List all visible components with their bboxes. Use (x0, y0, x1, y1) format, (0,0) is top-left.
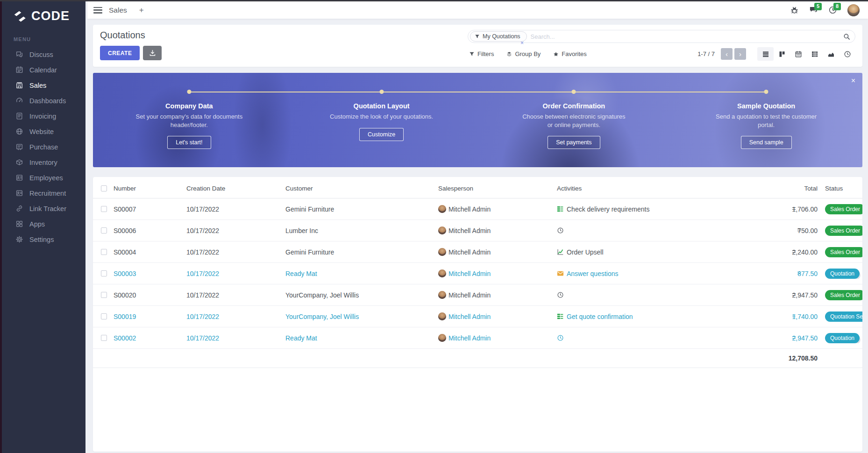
row-checkbox[interactable] (101, 270, 107, 276)
search-input[interactable] (527, 33, 843, 40)
pivot-view-icon (811, 50, 818, 58)
salesperson-name: Mitchell Admin (448, 291, 491, 299)
banner-close-icon[interactable]: × (851, 77, 855, 85)
cell-activities[interactable] (557, 227, 733, 234)
clock-icon (557, 334, 564, 341)
new-tab-button[interactable]: + (139, 6, 144, 15)
table-row[interactable]: S0000410/17/2022Gemini FurnitureMitchell… (93, 241, 862, 263)
cell-activities[interactable]: Order Upsell (557, 248, 733, 256)
search-facet[interactable]: My Quotations (470, 31, 527, 42)
app-logo[interactable]: CODE (2, 1, 85, 30)
salesperson-avatar (438, 291, 446, 299)
pager-next-button[interactable]: › (734, 48, 746, 60)
cell-activities[interactable]: Check delivery requirements (557, 205, 733, 213)
table-row[interactable]: S0002010/17/2022YourCompany, Joel Willis… (93, 284, 862, 306)
kanban-view-button[interactable] (774, 47, 790, 61)
column-header-number[interactable]: Number (114, 185, 186, 192)
column-header-customer[interactable]: Customer (285, 185, 438, 192)
filters-button[interactable]: Filters (469, 50, 494, 57)
sidebar-item-inventory[interactable]: Inventory (2, 155, 85, 170)
list-view-button[interactable] (757, 47, 774, 61)
controls-row: Filters Group By Favorites 1-7 / 7 ‹ › (468, 47, 855, 61)
pivot-view-button[interactable] (806, 47, 823, 61)
sidebar-item-label: Invoicing (29, 113, 56, 120)
cell-creation-date: 10/17/2022 (186, 291, 285, 299)
column-header-salesperson[interactable]: Salesperson (438, 185, 557, 192)
cell-total: 2,947.50 (733, 334, 818, 342)
activity-view-button[interactable] (839, 47, 855, 61)
graph-view-button[interactable] (823, 47, 839, 61)
sidebar-item-sales[interactable]: Sales (2, 78, 85, 93)
chart-line-icon (557, 248, 564, 255)
row-checkbox[interactable] (101, 335, 107, 341)
hamburger-icon[interactable] (93, 7, 102, 14)
table-row[interactable]: S0000610/17/2022Lumber IncMitchell Admin… (93, 220, 862, 241)
messages-count-badge: 5 (814, 3, 822, 10)
cell-number: S00004 (114, 248, 186, 256)
column-header-total[interactable]: Total (733, 185, 818, 192)
column-header-status[interactable]: Status (818, 185, 862, 192)
active-app-title[interactable]: Sales (109, 6, 127, 14)
menu-label: MENU (2, 30, 85, 47)
cell-activities[interactable] (557, 291, 733, 298)
sidebar-item-label: Apps (29, 220, 45, 228)
favorites-button[interactable]: Favorites (553, 50, 586, 57)
column-header-creation-date[interactable]: Creation Date (186, 185, 285, 192)
row-checkbox[interactable] (101, 227, 107, 234)
cell-activities[interactable]: Answer questions (557, 270, 733, 277)
group-by-button[interactable]: Group By (506, 50, 541, 57)
pager-prev-button[interactable]: ‹ (721, 48, 733, 60)
sidebar-item-website[interactable]: Website (2, 124, 85, 139)
onboarding-banner: Company DataSet your company's data for … (93, 73, 862, 167)
row-checkbox[interactable] (101, 249, 107, 255)
facet-remove-icon[interactable]: × (520, 40, 524, 46)
export-button[interactable] (143, 46, 162, 60)
bug-icon[interactable] (790, 6, 799, 14)
step-description: Choose between electronic signatures or … (520, 113, 627, 129)
group-by-label: Group By (515, 50, 541, 57)
sidebar-item-invoicing[interactable]: Invoicing (2, 108, 85, 124)
cell-total: 2,947.50 (733, 291, 818, 299)
salesperson-avatar (438, 226, 446, 234)
calendar-view-button[interactable] (790, 47, 806, 61)
table-row[interactable]: S0001910/17/2022YourCompany, Joel Willis… (93, 306, 862, 327)
sidebar-item-settings[interactable]: Settings (2, 232, 85, 247)
sidebar-item-dashboards[interactable]: Dashboards (2, 93, 85, 108)
user-avatar[interactable] (847, 4, 860, 16)
create-button[interactable]: CREATE (100, 46, 140, 60)
activities-icon[interactable]: 8 (828, 6, 837, 14)
step-action-button[interactable]: Send sample (741, 136, 792, 149)
table-row[interactable]: S0000710/17/2022Gemini FurnitureMitchell… (93, 198, 862, 220)
select-all-checkbox[interactable] (101, 185, 107, 191)
row-checkbox[interactable] (101, 292, 107, 298)
step-action-button[interactable]: Let's start! (167, 136, 211, 149)
salesperson-avatar (438, 334, 446, 342)
cell-activities[interactable] (557, 334, 733, 341)
search-icon[interactable] (843, 33, 850, 40)
sidebar-item-calendar[interactable]: Calendar (2, 62, 85, 78)
sidebar-item-apps[interactable]: Apps (2, 216, 85, 232)
cell-total: 1,706.00 (733, 205, 818, 213)
sidebar-item-discuss[interactable]: Discuss (2, 47, 85, 62)
step-action-button[interactable]: Customize (359, 128, 404, 141)
list-view-icon (762, 50, 769, 58)
table-row[interactable]: S0000210/17/2022Ready MatMitchell Admin2… (93, 327, 862, 349)
status-badge: Quotation (825, 269, 860, 279)
cell-creation-date: 10/17/2022 (186, 313, 285, 320)
messages-icon[interactable]: 5 (809, 6, 818, 14)
cell-activities[interactable]: Get quote confirmation (557, 313, 733, 320)
sidebar-item-link-tracker[interactable]: Link Tracker (2, 201, 85, 216)
filters-label: Filters (477, 50, 494, 57)
row-checkbox[interactable] (101, 206, 107, 212)
sidebar-item-purchase[interactable]: Purchase (2, 139, 85, 155)
sidebar-item-employees[interactable]: Employees (2, 170, 85, 185)
salesperson-name: Mitchell Admin (448, 334, 491, 342)
table-row[interactable]: S0000310/17/2022Ready MatMitchell AdminA… (93, 263, 862, 284)
column-header-activities[interactable]: Activities (557, 185, 733, 192)
cell-salesperson: Mitchell Admin (438, 269, 557, 277)
step-action-button[interactable]: Set payments (548, 136, 600, 149)
sidebar-item-recruitment[interactable]: Recruitment (2, 185, 85, 201)
activity-label: Get quote confirmation (567, 313, 633, 320)
activity-label: Order Upsell (567, 248, 604, 256)
row-checkbox[interactable] (101, 313, 107, 319)
